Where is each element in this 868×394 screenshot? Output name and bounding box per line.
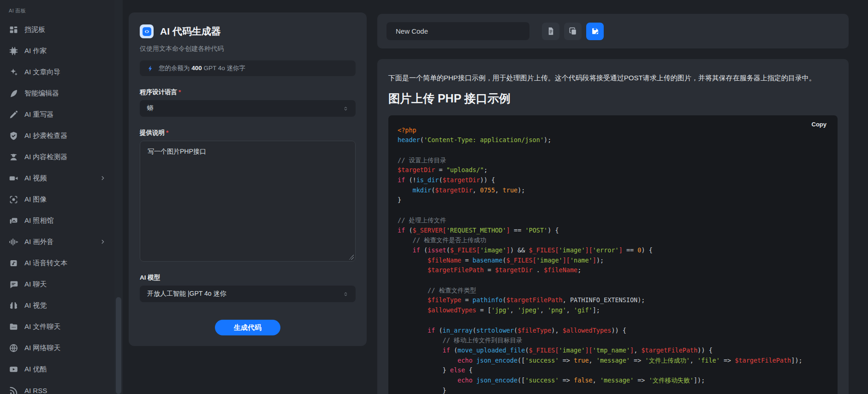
sidebar-item-label: AI 抄袭检查器: [24, 131, 108, 140]
sidebar-item-label: AI 文章向导: [24, 68, 108, 77]
model-select-value: 开放人工智能 |GPT 4o 迷你: [147, 290, 342, 298]
new-document-button[interactable]: [542, 23, 559, 40]
code-line: [398, 316, 828, 326]
sidebar-item-video-camera[interactable]: AI 视频: [0, 167, 114, 189]
code-line: // 移动上传文件到目标目录: [398, 335, 828, 346]
sidebar-item-shield-check[interactable]: AI 抄袭检查器: [0, 125, 114, 146]
model-label: AI 模型: [140, 274, 356, 282]
audio-file-icon: [8, 258, 18, 268]
video-camera-icon: [8, 173, 18, 183]
code-line: if (!is_dir($targetDir)) {: [398, 175, 828, 185]
document-title-input[interactable]: [386, 22, 529, 40]
sidebar-item-folder-chat[interactable]: AI 文件聊天: [0, 316, 114, 337]
chip-icon: [8, 46, 18, 56]
sidebar-item-grid[interactable]: 挡泥板: [0, 19, 114, 40]
sidebar-item-chip[interactable]: AI 作家: [0, 40, 114, 61]
sidebar-item-label: AI 画外音: [24, 238, 98, 246]
balance-text: 您的余额为 400 GPT 4o 迷你字: [159, 64, 245, 72]
shield-check-icon: [8, 131, 18, 141]
result-intro: 下面是一个简单的PHP接口示例，用于处理图片上传。这个代码段将接受通过POST请…: [388, 73, 838, 84]
quill-icon: [8, 88, 18, 98]
sidebar-item-rss[interactable]: AI RSS: [0, 380, 114, 394]
sidebar-item-image-scan[interactable]: AI 图像: [0, 189, 114, 210]
sidebar-item-label: AI 重写器: [24, 110, 108, 119]
code-line: echo json_encode(['success' => true, 'me…: [398, 356, 828, 366]
sidebar-item-label: AI 文件聊天: [24, 322, 108, 331]
chevron-right-icon: [98, 239, 108, 245]
sidebar-scrollbar[interactable]: [114, 0, 123, 394]
language-label: 程序设计语言*: [140, 88, 356, 96]
sidebar-item-pencil[interactable]: AI 重写器: [0, 104, 114, 125]
sidebar-item-youtube[interactable]: AI 优酷: [0, 358, 114, 380]
sidebar-item-globe[interactable]: AI 网络聊天: [0, 337, 114, 358]
sidebar-nav: 挡泥板AI 作家AI 文章向导智能编辑器AI 重写器AI 抄袭检查器AI 内容检…: [0, 19, 114, 394]
code-line: echo json_encode(['success' => false, 'm…: [398, 376, 828, 386]
sidebar-item-label: AI 语音转文本: [24, 259, 108, 268]
generator-header: AI 代码生成器: [140, 24, 356, 38]
code-line: mkdir($targetDir, 0755, true);: [398, 185, 828, 196]
code-line: if (move_uploaded_file($_FILES['image'][…: [398, 346, 828, 356]
duplicate-button[interactable]: [564, 23, 582, 40]
instructions-text: 写一个图片PHP接口: [148, 148, 206, 155]
select-arrows-icon: [342, 105, 349, 112]
globe-icon: [8, 343, 18, 353]
photo-gallery-icon: [8, 215, 18, 226]
chevron-right-icon: [98, 175, 108, 181]
sidebar: AI 面板 挡泥板AI 作家AI 文章向导智能编辑器AI 重写器AI 抄袭检查器…: [0, 0, 114, 394]
grid-icon: [8, 24, 18, 35]
sidebar-item-audio-file[interactable]: AI 语音转文本: [0, 252, 114, 274]
code-line: // 检查文件是否上传成功: [398, 235, 828, 245]
folder-chat-icon: [8, 322, 18, 332]
save-icon: [591, 27, 600, 36]
select-arrows-icon: [342, 291, 349, 298]
language-select-value: 蟒: [147, 104, 342, 113]
code-line: $targetFilePath = $targetDir . $fileName…: [398, 265, 828, 275]
generate-code-button[interactable]: 生成代码: [215, 320, 280, 335]
copy-icon: [569, 27, 577, 36]
code-line: $targetDir = "uploads/";: [398, 165, 828, 175]
waveform-icon: [8, 237, 18, 247]
sidebar-item-detector[interactable]: AI 内容检测器: [0, 146, 114, 167]
language-select[interactable]: 蟒: [140, 100, 356, 117]
code-line: if (in_array(strtolower($fileType), $all…: [398, 326, 828, 336]
code-line: if (isset($_FILES['image']) && $_FILES['…: [398, 245, 828, 256]
code-line: $fileType = pathinfo($targetFilePath, PA…: [398, 295, 828, 305]
file-icon: [547, 27, 555, 36]
sidebar-item-label: AI 优酷: [24, 365, 108, 374]
code-icon: [144, 29, 150, 35]
sidebar-item-label: AI 作家: [24, 47, 108, 55]
save-button[interactable]: [586, 23, 604, 40]
code-line: }: [398, 386, 828, 394]
image-scan-icon: [8, 194, 18, 204]
instructions-textarea[interactable]: 写一个图片PHP接口: [140, 141, 356, 262]
sidebar-item-sparkles[interactable]: AI 文章向导: [0, 61, 114, 83]
sidebar-item-brain[interactable]: AI 视觉: [0, 295, 114, 316]
code-line: $fileName = basename($_FILES['image']['n…: [398, 256, 828, 266]
lightning-icon: [147, 65, 154, 72]
chat-bubble-icon: [8, 279, 18, 289]
sidebar-item-chat-bubble[interactable]: AI 聊天: [0, 274, 114, 295]
sidebar-item-label: AI 聊天: [24, 280, 108, 289]
code-line: // 检查文件类型: [398, 286, 828, 296]
sidebar-item-quill[interactable]: 智能编辑器: [0, 83, 114, 104]
model-select[interactable]: 开放人工智能 |GPT 4o 迷你: [140, 286, 356, 302]
sidebar-scrollbar-thumb[interactable]: [116, 297, 121, 394]
sidebar-item-waveform[interactable]: AI 画外音: [0, 231, 114, 252]
detector-icon: [8, 152, 18, 162]
code-line: <?php: [398, 125, 828, 136]
document-toolbar: [377, 14, 849, 48]
generator-title: AI 代码生成器: [160, 25, 221, 38]
sidebar-item-photo-gallery[interactable]: AI 照相馆: [0, 210, 114, 231]
sparkles-icon: [8, 67, 18, 77]
sidebar-item-label: AI 视觉: [24, 301, 108, 310]
code-generator-panel: AI 代码生成器 仅使用文本命令创建各种代码 您的余额为 400 GPT 4o …: [129, 12, 367, 346]
resize-handle[interactable]: [349, 255, 354, 260]
copy-code-button[interactable]: Copy: [812, 121, 827, 128]
code-line: } else {: [398, 365, 828, 376]
sidebar-item-label: AI 内容检测器: [24, 153, 108, 161]
instructions-label: 提供说明*: [140, 129, 356, 137]
sidebar-item-label: AI 图像: [24, 195, 108, 204]
youtube-icon: [8, 364, 18, 374]
code-line: [398, 145, 828, 155]
sidebar-item-label: AI 照相馆: [24, 216, 108, 225]
